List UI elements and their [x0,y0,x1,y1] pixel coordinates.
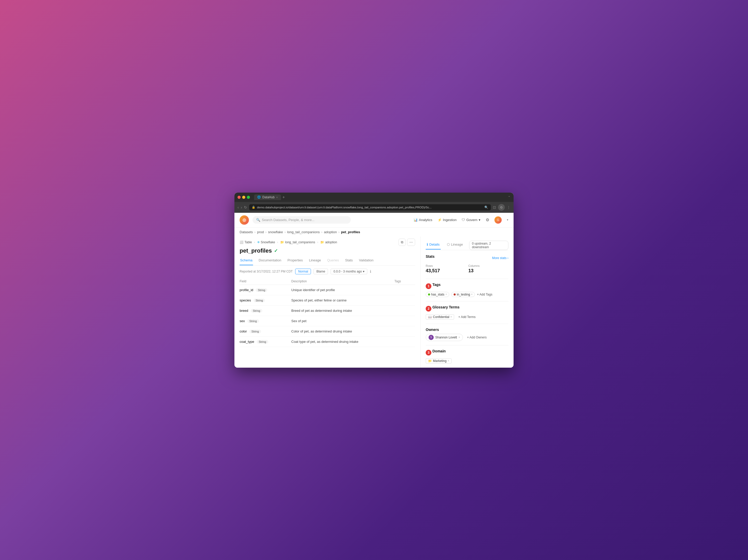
verified-icon: ✓ [274,248,278,254]
domain-title: Domain [433,349,446,353]
breadcrumb-sep-3: › [285,230,286,234]
normal-button[interactable]: Normal [295,269,311,274]
copy-button[interactable]: ⧉ [399,239,405,246]
maximize-button[interactable] [247,196,250,199]
owner-tag[interactable]: S Shannon Lovett × [426,334,463,341]
tab-close-button[interactable]: × [276,196,278,199]
tab-stats[interactable]: Stats [345,256,353,265]
tag-label-in-testing: in_testing [457,293,470,296]
url-input[interactable]: 🔒 demo.datahubproject.io/dataset/urn:li:… [249,204,491,210]
breadcrumb-long-tail[interactable]: long_tail_companions [287,230,320,234]
traffic-lights [237,196,250,199]
parent2-label: adoption [325,240,337,244]
field-cell: sex String [240,319,291,323]
tab-validation[interactable]: Validation [358,256,374,265]
window-controls[interactable]: ⌃ [508,195,511,199]
breadcrumb-sep-2: › [265,230,266,234]
domain-title-row: 3 Domain [426,349,508,356]
guest-avatar[interactable]: G [498,204,505,211]
blame-button[interactable]: Blame [313,269,328,274]
close-button[interactable] [237,196,241,199]
govern-nav-item[interactable]: 🛡 Govern ▾ [462,218,481,222]
version-selector[interactable]: 0.0.0 - 3 months ago ▾ [331,269,367,274]
col-tags: Tags [394,279,415,283]
user-avatar[interactable]: G [494,216,502,224]
tab-area: 🌐 DataHub × + [254,194,506,200]
refresh-button[interactable]: ↻ [244,205,247,209]
tags-title-row: 1 Tags [426,283,508,290]
settings-icon[interactable]: ⚙ [486,217,489,223]
nav-actions: 📊 Analytics ⚡ Ingestion 🛡 Govern ▾ ⚙ G ▾ [414,216,508,224]
glossary-term-tag[interactable]: 📖 Confidential × [426,314,454,320]
govern-label: Govern [466,218,477,222]
lineage-label: Lineage [451,242,463,247]
domain-remove-button[interactable]: × [448,359,449,362]
upstream-badge[interactable]: 0 upstream, 2 downstream [469,241,508,250]
browser-tab[interactable]: 🌐 DataHub × [254,194,281,200]
field-type: String [257,340,268,344]
divider-3 [426,324,508,324]
tag-remove-in-testing[interactable]: × [471,293,473,296]
breadcrumb-sep-4: › [321,230,322,234]
tag-in-testing[interactable]: in_testing × [451,292,475,297]
user-menu-chevron-icon[interactable]: ▾ [507,218,508,221]
tag-remove-has-stats[interactable]: × [445,293,447,296]
columns-stat: Columns 13 [468,264,508,274]
breadcrumb-datasets[interactable]: Datasets [240,230,253,234]
glossary-section: 2 Glossary Terms 📖 Confidential × + Add … [426,305,508,320]
tag-has-stats[interactable]: has_stats × [426,292,449,297]
field-cell: color String [240,329,291,333]
domain-tag[interactable]: 📁 Marketing × [426,358,451,364]
info-icon[interactable]: ℹ [370,270,371,274]
search-placeholder: Search Datasets, People, & more... [262,218,314,222]
more-actions-button[interactable]: ⋯ [407,239,415,246]
ingestion-nav-item[interactable]: ⚡ Ingestion [438,218,457,222]
tab-documentation[interactable]: Documentation [258,256,282,265]
glossary-remove-button[interactable]: × [450,316,452,318]
tab-properties[interactable]: Properties [287,256,303,265]
menu-icon[interactable]: ⋮ [507,205,511,209]
domain-section: 3 Domain 📁 Marketing × [426,349,508,364]
owner-remove-button[interactable]: × [459,336,460,339]
folder-icon-1: 📁 [280,240,284,244]
bookmark-icon[interactable]: ⊡ [493,205,496,209]
breadcrumb-adoption[interactable]: adoption [324,230,337,234]
panel-tab-details[interactable]: ℹ Details [426,241,441,250]
add-terms-button[interactable]: + Add Terms [458,315,475,319]
glossary-row: 📖 Confidential × + Add Terms [426,314,508,320]
snowflake-icon: ❄ [257,240,260,244]
panel-tab-lineage[interactable]: ⬡ Lineage [446,241,464,250]
stats-section: Stats More stats › [426,254,508,262]
add-tags-button[interactable]: + Add Tags [477,293,492,296]
search-box[interactable]: 🔍 Search Datasets, People, & more... [253,216,351,224]
tab-queries[interactable]: Queries [327,256,340,265]
search-icon: 🔍 [484,206,488,209]
browser-window: 🌐 DataHub × + ⌃ ‹ › ↻ 🔒 demo.datahubproj… [234,193,514,368]
tab-lineage[interactable]: Lineage [308,256,321,265]
app-content: ◎ 🔍 Search Datasets, People, & more... 📊… [234,213,514,368]
tags-title: Tags [433,283,441,287]
table-icon: ⬜ [240,240,243,244]
breadcrumb-sep-5: › [338,230,340,234]
table-row: species String Species of pet, either fe… [240,295,415,306]
reported-text: Reported at 3/17/2022, 12:27 PM CDT [240,270,293,273]
tab-schema[interactable]: Schema [240,256,253,265]
add-owners-button[interactable]: + Add Owners [467,335,487,339]
field-type: String [250,330,261,333]
more-stats-link[interactable]: More stats › [492,256,508,260]
url-text: demo.datahubproject.io/dataset/urn:li:da… [257,206,431,209]
platform-item: ❄ Snowflake [257,240,275,244]
analytics-nav-item[interactable]: 📊 Analytics [414,218,433,222]
left-panel: ⬜ Table › ❄ Snowflake › 📁 long_tail_comp… [234,237,421,368]
minimize-button[interactable] [242,196,245,199]
owner-name: Shannon Lovett [435,335,457,339]
breadcrumb-snowflake[interactable]: snowflake [268,230,283,234]
back-button[interactable]: ‹ [237,205,239,209]
schema-tabs: Schema Documentation Properties Lineage … [240,256,415,265]
forward-button[interactable]: › [241,205,242,209]
field-name: species [240,298,251,302]
stats-grid: Rows 43,517 Columns 13 [426,264,508,274]
cols-label: Columns [468,264,508,267]
add-tab-button[interactable]: + [282,195,285,200]
breadcrumb-prod[interactable]: prod [257,230,264,234]
